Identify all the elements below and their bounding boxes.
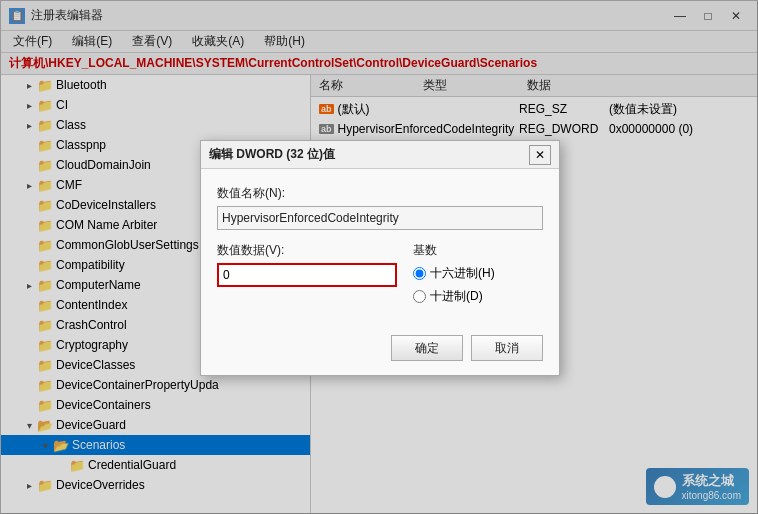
name-input[interactable] [217,206,543,230]
modal-body: 数值名称(N): 数值数据(V): 基数 十六进制(H) [201,169,559,327]
base-group: 基数 十六进制(H) 十进制(D) [413,242,543,311]
dec-radio[interactable] [413,290,426,303]
value-input[interactable] [217,263,397,287]
cancel-button[interactable]: 取消 [471,335,543,361]
dec-radio-row: 十进制(D) [413,288,543,305]
modal-dialog: 编辑 DWORD (32 位)值 ✕ 数值名称(N): 数值数据(V): 基数 [200,140,560,376]
modal-footer: 确定 取消 [201,327,559,375]
dec-label: 十进制(D) [430,288,483,305]
modal-close-button[interactable]: ✕ [529,145,551,165]
modal-title-bar: 编辑 DWORD (32 位)值 ✕ [201,141,559,169]
value-form-row: 数值数据(V): 基数 十六进制(H) 十进制(D) [217,242,543,311]
data-label: 数值数据(V): [217,242,397,259]
hex-radio[interactable] [413,267,426,280]
modal-title: 编辑 DWORD (32 位)值 [209,146,529,163]
modal-overlay: 编辑 DWORD (32 位)值 ✕ 数值名称(N): 数值数据(V): 基数 [1,1,758,514]
hex-radio-row: 十六进制(H) [413,265,543,282]
name-form-row: 数值名称(N): [217,185,543,230]
hex-label: 十六进制(H) [430,265,495,282]
value-left: 数值数据(V): [217,242,397,287]
confirm-button[interactable]: 确定 [391,335,463,361]
name-label: 数值名称(N): [217,185,543,202]
base-label: 基数 [413,242,543,259]
